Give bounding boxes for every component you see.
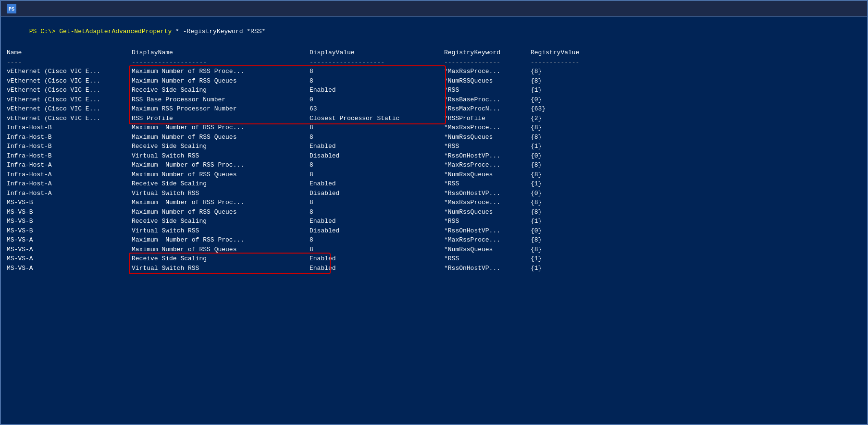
prompt-args: * -RegistryKeyword *RSS* bbox=[172, 28, 265, 35]
cell-displayname: Receive Side Scaling bbox=[132, 85, 310, 95]
table-row: MS-VS-BReceive Side ScalingEnabled*RSS{1… bbox=[7, 217, 861, 226]
cell-regvalue: {1} bbox=[531, 179, 588, 189]
table-row: vEthernet (Cisco VIC E...Maximum RSS Pro… bbox=[7, 104, 861, 114]
table-row: vEthernet (Cisco VIC E...Receive Side Sc… bbox=[7, 85, 861, 95]
sep-displayvalue: -------------------- bbox=[310, 58, 444, 67]
cell-displayname: Virtual Switch RSS bbox=[132, 226, 310, 236]
cell-regvalue: {8} bbox=[531, 207, 588, 217]
cell-displayvalue: 63 bbox=[310, 104, 444, 114]
cell-name: Infra-Host-B bbox=[7, 142, 132, 151]
table-row: Infra-Host-AMaximum Number of RSS Queues… bbox=[7, 170, 861, 180]
table-row: Infra-Host-BReceive Side ScalingEnabled*… bbox=[7, 142, 861, 151]
cell-regvalue: {8} bbox=[531, 76, 588, 86]
cell-regkeyword: *MaxRssProce... bbox=[444, 67, 531, 76]
cell-displayname: Maximum Number of RSS Queues bbox=[132, 170, 310, 180]
sep-name: ---- bbox=[7, 58, 132, 67]
table-row: MS-VS-BVirtual Switch RSSDisabled*RssOnH… bbox=[7, 226, 861, 236]
cell-displayname: Maximum Number of RSS Proce... bbox=[132, 67, 310, 76]
cell-displayvalue: Enabled bbox=[310, 179, 444, 189]
table-row: Infra-Host-BMaximum Number of RSS Queues… bbox=[7, 133, 861, 142]
cell-regvalue: {1} bbox=[531, 85, 588, 95]
table-row: vEthernet (Cisco VIC E...RSS ProfileClos… bbox=[7, 114, 861, 123]
cell-displayname: RSS Profile bbox=[132, 114, 310, 123]
cell-regkeyword: *RssBaseProc... bbox=[444, 95, 531, 105]
cell-regkeyword: *MaxRssProce... bbox=[444, 235, 531, 245]
cell-displayvalue: Disabled bbox=[310, 189, 444, 198]
table-row: MS-VS-AVirtual Switch RSSEnabled*RssOnHo… bbox=[7, 264, 861, 273]
cell-regkeyword: *RSS bbox=[444, 254, 531, 264]
cell-regvalue: {8} bbox=[531, 235, 588, 245]
cell-displayvalue: 8 bbox=[310, 160, 444, 170]
powershell-window: PS PS C:\> Get-NetAdapterAdvancedPropert… bbox=[0, 0, 868, 425]
table-row: MS-VS-AMaximum Number of RSS Queues8*Num… bbox=[7, 245, 861, 255]
cell-displayvalue: 8 bbox=[310, 170, 444, 180]
cell-regkeyword: *RssMaxProcN... bbox=[444, 104, 531, 114]
cell-displayvalue: Enabled bbox=[310, 254, 444, 264]
cell-regkeyword: *MaxRssProce... bbox=[444, 123, 531, 133]
cell-name: vEthernet (Cisco VIC E... bbox=[7, 95, 132, 105]
cell-name: vEthernet (Cisco VIC E... bbox=[7, 114, 132, 123]
prompt-cmd: Get-NetAdapterAdvancedProperty bbox=[59, 28, 172, 35]
cell-displayvalue: 8 bbox=[310, 76, 444, 86]
cell-regvalue: {63} bbox=[531, 104, 588, 114]
ps-icon: PS bbox=[7, 4, 16, 13]
table-row: MS-VS-AReceive Side ScalingEnabled*RSS{1… bbox=[7, 254, 861, 264]
cell-displayvalue: Disabled bbox=[310, 226, 444, 236]
cell-regvalue: {8} bbox=[531, 170, 588, 180]
cell-regvalue: {1} bbox=[531, 254, 588, 264]
table-separator: ---- -------------------- --------------… bbox=[7, 58, 861, 67]
cell-name: Infra-Host-A bbox=[7, 170, 132, 180]
cell-displayname: Receive Side Scaling bbox=[132, 254, 310, 264]
cell-regvalue: {1} bbox=[531, 217, 588, 226]
cell-name: MS-VS-B bbox=[7, 217, 132, 226]
cell-regkeyword: *RSS bbox=[444, 85, 531, 95]
sep-regkeyword: --------------- bbox=[444, 58, 531, 67]
cell-displayvalue: 8 bbox=[310, 198, 444, 207]
cell-displayname: Receive Side Scaling bbox=[132, 179, 310, 189]
cell-name: vEthernet (Cisco VIC E... bbox=[7, 67, 132, 76]
cell-name: MS-VS-B bbox=[7, 198, 132, 207]
cell-regkeyword: *MaxRssProce... bbox=[444, 160, 531, 170]
cell-name: Infra-Host-B bbox=[7, 123, 132, 133]
cell-displayvalue: Closest Processor Static bbox=[310, 114, 444, 123]
cell-displayname: Maximum Number of RSS Proc... bbox=[132, 123, 310, 133]
cell-regvalue: {2} bbox=[531, 114, 588, 123]
cell-name: MS-VS-A bbox=[7, 264, 132, 273]
cell-regkeyword: *RSS bbox=[444, 217, 531, 226]
cell-displayvalue: Enabled bbox=[310, 264, 444, 273]
cell-name: MS-VS-A bbox=[7, 245, 132, 255]
cell-regkeyword: *RSS bbox=[444, 142, 531, 151]
table-row: MS-VS-AMaximum Number of RSS Proc...8*Ma… bbox=[7, 235, 861, 245]
col-header-regvalue: RegistryValue bbox=[531, 48, 588, 58]
cell-name: MS-VS-A bbox=[7, 235, 132, 245]
cell-regvalue: {0} bbox=[531, 226, 588, 236]
cell-regkeyword: *NumRssQueues bbox=[444, 170, 531, 180]
table-row: Infra-Host-BMaximum Number of RSS Proc..… bbox=[7, 123, 861, 133]
cell-displayname: Maximum Number of RSS Proc... bbox=[132, 235, 310, 245]
cell-regvalue: {8} bbox=[531, 160, 588, 170]
cell-regvalue: {8} bbox=[531, 245, 588, 255]
cell-regkeyword: *RssOnHostVP... bbox=[444, 151, 531, 161]
cell-name: Infra-Host-B bbox=[7, 133, 132, 142]
cell-displayname: Receive Side Scaling bbox=[132, 217, 310, 226]
cell-displayvalue: 8 bbox=[310, 245, 444, 255]
prompt-ps: PS C:\> bbox=[29, 28, 59, 35]
cell-displayname: Maximum Number of RSS Proc... bbox=[132, 160, 310, 170]
cell-displayname: Maximum Number of RSS Queues bbox=[132, 245, 310, 255]
cell-displayname: Maximum Number of RSS Queues bbox=[132, 76, 310, 86]
cell-displayname: Maximum RSS Processor Number bbox=[132, 104, 310, 114]
table-wrapper: Name DisplayName DisplayValue RegistryKe… bbox=[7, 48, 861, 273]
cell-name: Infra-Host-A bbox=[7, 179, 132, 189]
cell-regkeyword: *RssOnHostVP... bbox=[444, 264, 531, 273]
cell-name: vEthernet (Cisco VIC E... bbox=[7, 76, 132, 86]
sep-regvalue: ------------- bbox=[531, 58, 588, 67]
cell-regvalue: {1} bbox=[531, 142, 588, 151]
cell-displayvalue: 8 bbox=[310, 67, 444, 76]
cell-displayvalue: 8 bbox=[310, 123, 444, 133]
prompt-line: PS C:\> Get-NetAdapterAdvancedProperty *… bbox=[7, 21, 861, 42]
cell-displayvalue: 8 bbox=[310, 133, 444, 142]
table-row: vEthernet (Cisco VIC E...Maximum Number … bbox=[7, 67, 861, 76]
terminal-body[interactable]: PS C:\> Get-NetAdapterAdvancedProperty *… bbox=[1, 17, 867, 424]
col-header-name: Name bbox=[7, 48, 132, 58]
cell-displayvalue: Enabled bbox=[310, 85, 444, 95]
